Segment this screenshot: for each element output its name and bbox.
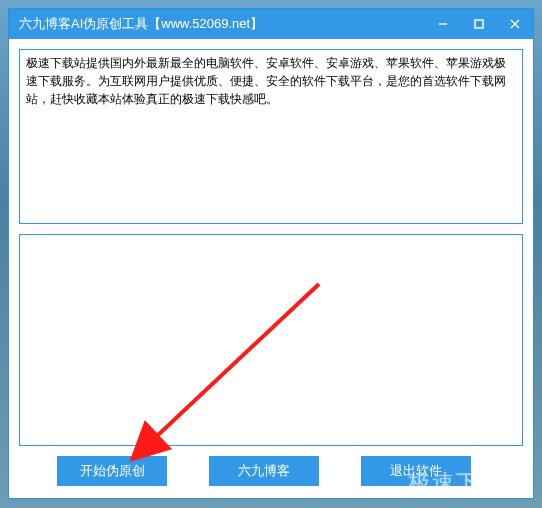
app-window: 六九博客AI伪原创工具【www.52069.net】 开始伪原创 六九博客 退出… <box>8 8 534 499</box>
blog-button[interactable]: 六九博客 <box>209 456 319 486</box>
start-button[interactable]: 开始伪原创 <box>57 456 167 486</box>
titlebar: 六九博客AI伪原创工具【www.52069.net】 <box>9 9 533 39</box>
maximize-button[interactable] <box>461 9 497 39</box>
input-textarea[interactable] <box>19 49 523 224</box>
close-button[interactable] <box>497 9 533 39</box>
window-title: 六九博客AI伪原创工具【www.52069.net】 <box>19 15 263 33</box>
window-body <box>9 39 533 456</box>
minimize-button[interactable] <box>425 9 461 39</box>
output-textarea[interactable] <box>19 234 523 446</box>
svg-rect-1 <box>475 20 483 28</box>
exit-button[interactable]: 退出软件 <box>361 456 471 486</box>
button-row: 开始伪原创 六九博客 退出软件 <box>9 456 533 498</box>
